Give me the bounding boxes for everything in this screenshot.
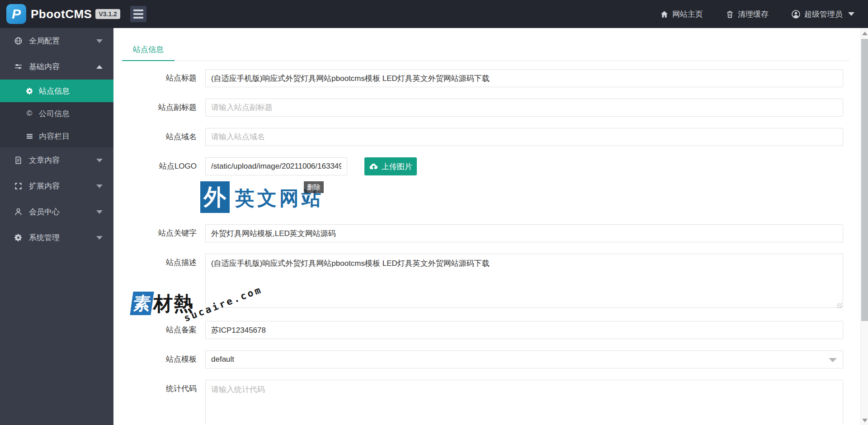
form-row-site-icp: 站点备案 — [122, 321, 843, 339]
sidebar-item-label: 站点信息 — [39, 86, 70, 96]
sidebar-item-label: 系统管理 — [29, 232, 96, 243]
site-logo-path-input[interactable] — [205, 157, 347, 175]
topnav-site-home-label: 网站主页 — [672, 9, 703, 19]
list-icon — [25, 132, 33, 140]
sidebar-item-member-center[interactable]: 会员中心 — [0, 199, 113, 225]
sidebar-item-extend-content[interactable]: 扩展内容 — [0, 173, 113, 199]
form-row-site-keywords: 站点关键字 — [122, 224, 843, 242]
brand-area: P PbootCMS V3.1.2 — [0, 4, 146, 24]
sidebar-item-article-content[interactable]: 文章内容 — [0, 147, 113, 173]
topnav-admin-menu[interactable]: 超级管理员 — [791, 9, 854, 19]
expand-arrows-icon — [14, 182, 23, 191]
trash-icon — [726, 10, 734, 19]
chevron-down-icon — [96, 184, 103, 188]
form-row-site-template: 站点模板 default — [122, 350, 843, 368]
tab-site-info[interactable]: 站点信息 — [122, 44, 175, 61]
main-content: 站点信息 站点标题 站点副标题 站点域名 站点LOGO — [113, 28, 860, 425]
topnav-clear-cache-label: 清理缓存 — [738, 9, 769, 19]
scroll-down-arrow-icon[interactable] — [862, 419, 868, 422]
sidebar-item-label: 内容栏目 — [39, 131, 70, 142]
site-logo-label: 站点LOGO — [122, 157, 197, 175]
delete-logo-button[interactable]: 删除 — [304, 181, 324, 193]
topnav-admin-label: 超级管理员 — [804, 9, 843, 19]
site-info-form: 站点标题 站点副标题 站点域名 站点LOGO — [122, 69, 843, 425]
pbootcms-logo-icon: P — [6, 4, 26, 24]
logo-letter: P — [12, 6, 21, 22]
site-icp-input[interactable] — [205, 321, 843, 339]
gear-icon — [14, 233, 23, 242]
chevron-down-icon — [96, 210, 103, 214]
scrollbar-thumb[interactable] — [861, 39, 868, 321]
hamburger-icon — [133, 9, 143, 11]
site-template-label: 站点模板 — [122, 350, 197, 368]
sidebar-item-label: 基础内容 — [29, 61, 96, 72]
site-keywords-input[interactable] — [205, 224, 843, 242]
sidebar-item-content-columns[interactable]: 内容栏目 — [0, 125, 113, 147]
stats-code-label: 统计代码 — [122, 380, 197, 398]
site-domain-input[interactable] — [205, 128, 843, 146]
globe-icon — [14, 37, 23, 46]
sidebar-submenu-basic-content: 站点信息 © 公司信息 内容栏目 — [0, 80, 113, 147]
sidebar-item-label: 全局配置 — [29, 36, 96, 46]
site-title-input[interactable] — [205, 69, 843, 87]
form-row-stats-code: 统计代码 — [122, 380, 843, 425]
member-icon — [14, 208, 23, 217]
cloud-upload-icon — [369, 162, 378, 171]
sidebar: 全局配置 基础内容 站点信息 © 公司信息 内容栏目 — [0, 28, 113, 425]
topnav-clear-cache[interactable]: 清理缓存 — [726, 9, 769, 19]
logo-preview-square: 外 — [200, 181, 230, 213]
home-icon — [660, 10, 669, 19]
version-badge: V3.1.2 — [95, 9, 120, 19]
user-circle-icon — [791, 9, 801, 19]
scroll-up-arrow-icon[interactable] — [862, 32, 868, 35]
chevron-down-icon — [96, 159, 103, 162]
form-row-site-logo: 站点LOGO 上传图片 外 英文网站 删除 — [122, 157, 843, 213]
chevron-down-icon — [848, 12, 854, 16]
select-caret-icon — [829, 358, 837, 362]
sidebar-item-label: 公司信息 — [39, 109, 70, 119]
chevron-up-icon — [96, 65, 103, 69]
sidebar-item-site-info[interactable]: 站点信息 — [0, 80, 113, 102]
site-icp-label: 站点备案 — [122, 321, 197, 339]
menu-toggle-button[interactable] — [130, 6, 146, 22]
site-template-select[interactable]: default — [205, 350, 843, 368]
topbar: P PbootCMS V3.1.2 网站主页 清理缓存 超级管理员 — [0, 0, 868, 28]
tab-bar: 站点信息 — [122, 44, 850, 61]
site-keywords-label: 站点关键字 — [122, 224, 197, 242]
site-description-label: 站点描述 — [122, 254, 197, 272]
gear-icon — [25, 87, 33, 95]
stats-code-textarea[interactable] — [205, 380, 843, 425]
form-row-site-description: 站点描述 (自适应手机版)响应式外贸灯具网站pbootcms模板 LED灯具英文… — [122, 254, 843, 310]
site-description-textarea[interactable]: (自适应手机版)响应式外贸灯具网站pbootcms模板 LED灯具英文外贸网站源… — [205, 254, 843, 308]
upload-image-button[interactable]: 上传图片 — [364, 157, 417, 175]
site-subtitle-input[interactable] — [205, 99, 843, 117]
copyright-icon: © — [25, 109, 33, 118]
chevron-down-icon — [96, 236, 103, 240]
upload-image-label: 上传图片 — [382, 161, 412, 172]
form-row-site-subtitle: 站点副标题 — [122, 99, 843, 117]
site-domain-label: 站点域名 — [122, 128, 197, 146]
sliders-icon — [14, 62, 23, 71]
sidebar-item-basic-content[interactable]: 基础内容 — [0, 54, 113, 80]
site-title-label: 站点标题 — [122, 69, 197, 87]
sidebar-item-global-config[interactable]: 全局配置 — [0, 28, 113, 54]
site-logo-preview: 外 英文网站 删除 — [200, 181, 324, 213]
topnav-site-home[interactable]: 网站主页 — [660, 9, 703, 19]
topnav: 网站主页 清理缓存 超级管理员 — [660, 9, 868, 19]
sidebar-item-label: 会员中心 — [29, 207, 96, 217]
sidebar-item-label: 文章内容 — [29, 155, 96, 165]
chevron-down-icon — [96, 39, 103, 43]
site-subtitle-label: 站点副标题 — [122, 99, 197, 117]
brand-name: PbootCMS — [31, 7, 92, 21]
form-row-site-title: 站点标题 — [122, 69, 843, 87]
sidebar-item-label: 扩展内容 — [29, 181, 96, 191]
form-row-site-domain: 站点域名 — [122, 128, 843, 146]
page-scrollbar[interactable] — [860, 28, 868, 425]
document-icon — [14, 156, 23, 165]
sidebar-item-company-info[interactable]: © 公司信息 — [0, 102, 113, 125]
sidebar-item-system-manage[interactable]: 系统管理 — [0, 225, 113, 250]
